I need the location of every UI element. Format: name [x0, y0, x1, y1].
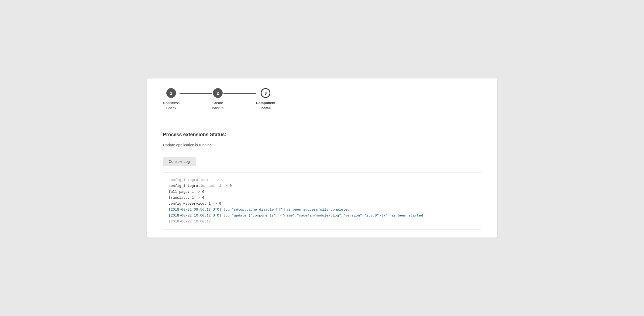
console-output: config_integration: 1 -> .config_integra… — [163, 173, 481, 229]
connector-2-3 — [223, 93, 256, 94]
console-line: [2018-08-22 10:00:12] — [169, 219, 476, 225]
step-2-wrapper: 2 Create Backup — [212, 88, 223, 110]
step-1-label: Readiness Check — [163, 101, 180, 110]
main-card: 1 Readiness Check 2 Create Backup 3 C — [147, 78, 497, 237]
step-2-label: Create Backup — [212, 101, 223, 110]
console-line: [2018-08-22 10:00:12 UTC] Job "update {"… — [169, 213, 476, 219]
status-text: Update application is running — [163, 143, 481, 147]
console-line: [2018-08-22 09:56:13 UTC] Job "setup:cac… — [169, 207, 476, 213]
step-3-circle: 3 — [261, 88, 270, 98]
console-line: config_integration: 1 -> . — [169, 177, 476, 183]
stepper: 1 Readiness Check 2 Create Backup 3 C — [163, 88, 481, 110]
step-1-number: 1 — [170, 91, 172, 95]
console-line: config_integration_api: 1 -> 0 — [169, 183, 476, 189]
step-2-number: 2 — [216, 91, 219, 95]
console-log-button[interactable]: Console Log — [163, 157, 196, 166]
console-line: config_webservice: 1 -> 0 — [169, 201, 476, 207]
console-line: translate: 1 -> 0 — [169, 195, 476, 201]
process-title: Process extensions Status: — [163, 132, 481, 138]
step-3-number: 3 — [264, 91, 267, 95]
stepper-section: 1 Readiness Check 2 Create Backup 3 C — [147, 78, 497, 118]
content-section: Process extensions Status: Update applic… — [147, 118, 497, 238]
step-2-circle: 2 — [213, 88, 223, 98]
step-3-label: Component Install — [256, 101, 275, 110]
connector-1-2 — [180, 93, 212, 94]
step-1-wrapper: 1 Readiness Check — [163, 88, 180, 110]
console-line: full_page: 1 -> 0 — [169, 189, 476, 195]
step-3-wrapper: 3 Component Install — [256, 88, 275, 110]
step-1-circle: 1 — [166, 88, 176, 98]
